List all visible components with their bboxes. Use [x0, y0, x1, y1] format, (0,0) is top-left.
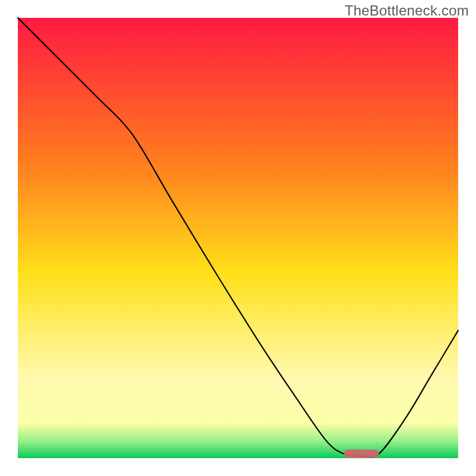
bottleneck-chart [0, 0, 476, 476]
watermark-text: TheBottleneck.com [345, 2, 469, 19]
optimum-marker [344, 450, 379, 458]
chart-container: TheBottleneck.com [0, 0, 476, 476]
